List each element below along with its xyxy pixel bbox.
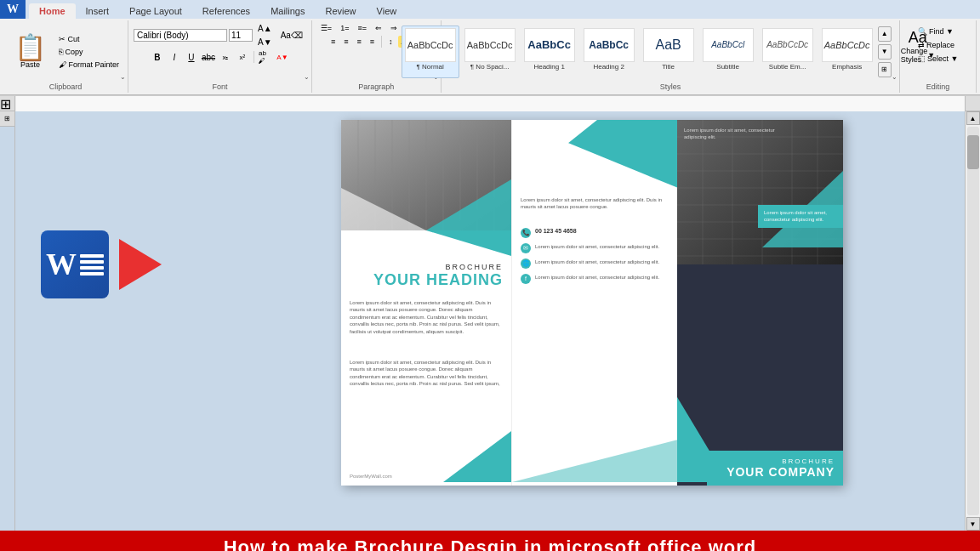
align-justify[interactable]: ≡ — [367, 36, 378, 48]
styles-expander[interactable]: ⌄ — [892, 73, 897, 81]
highlight-button[interactable]: ab🖌 — [258, 50, 273, 64]
brochure-contact-section: 📞 00 123 45 4658 ✉ Lorem ipsum dolor sit… — [521, 228, 669, 284]
tab-page-layout[interactable]: Page Layout — [119, 3, 192, 19]
align-right[interactable]: ≡ — [354, 36, 365, 48]
main-area: ⊞ W — [0, 111, 980, 531]
brochure-left-body: Lorem ipsum dolor sit amet, consectetur … — [341, 296, 511, 338]
tab-references[interactable]: References — [192, 3, 260, 19]
tab-insert[interactable]: Insert — [76, 3, 120, 19]
multilevel-list[interactable]: ≡= — [354, 22, 370, 34]
svg-marker-16 — [443, 431, 511, 482]
brochure-middle-panel: Lorem ipsum dolor sit amet, consectetur … — [511, 120, 677, 486]
select-button[interactable]: ⬚ Select ▼ — [914, 53, 962, 65]
brochure-left-body2: Lorem ipsum dolor sit amet, consectetur … — [341, 355, 511, 391]
contact-web: 🌐 Lorem ipsum dolor sit amet, consectetu… — [521, 258, 669, 269]
word-line-2 — [80, 260, 104, 264]
brochure-left-footer: PosterMyWall.com — [350, 474, 392, 479]
word-line-4 — [80, 272, 104, 276]
style-normal[interactable]: AaBbCcDc ¶ Normal — [402, 26, 459, 78]
font-size-increase[interactable]: A▲ — [254, 22, 276, 35]
clipboard-expander[interactable]: ⌄ — [120, 73, 126, 81]
brochure-right-top-text: Lorem ipsum dolor sit amet, consectetur … — [684, 127, 786, 141]
brochure-left-panel: BROCHURE YOUR HEADING Lorem ipsum dolor … — [341, 120, 511, 486]
cut-button[interactable]: ✂ Cut — [55, 33, 122, 45]
increase-indent[interactable]: ⇒ — [387, 22, 401, 34]
clear-formatting[interactable]: Aa⌫ — [277, 29, 306, 42]
brochure-left-image — [341, 120, 511, 230]
brochure-right-panel: Lorem ipsum dolor sit amet, consectetur … — [677, 120, 843, 486]
paste-label: Paste — [20, 60, 40, 69]
vertical-scrollbar[interactable]: ▲ ▼ — [965, 111, 980, 531]
styles-scroll-up[interactable]: ▲ — [878, 26, 892, 42]
brochure-middle-text: Lorem ipsum dolor sit amet, consectetur … — [521, 196, 669, 211]
style-h2-preview: AaBbCc — [584, 28, 635, 62]
font-name-input[interactable] — [134, 29, 227, 42]
scroll-down-button[interactable]: ▼ — [966, 517, 980, 531]
word-line-1 — [80, 254, 104, 258]
line-spacing[interactable]: ↕ — [385, 36, 396, 48]
font-size-input[interactable] — [229, 29, 253, 42]
paste-icon: 📋 — [14, 35, 46, 60]
ribbon: W Home Insert Page Layout References Mai… — [0, 0, 980, 96]
align-left[interactable]: ≡ — [328, 36, 339, 48]
decrease-indent[interactable]: ⇐ — [372, 22, 385, 34]
style-title[interactable]: AaB Title — [640, 26, 698, 78]
ruler-right-corner — [965, 96, 980, 111]
style-subtle-em[interactable]: AaBbCcDc Subtle Em... — [759, 26, 817, 78]
font-expander[interactable]: ⌄ — [304, 73, 310, 81]
editing-label: Editing — [926, 81, 950, 91]
style-h1-preview: AaBbCc — [524, 28, 575, 62]
bold-button[interactable]: B — [150, 50, 165, 64]
bullets-button[interactable]: ☰= — [317, 22, 335, 34]
scroll-track[interactable] — [967, 127, 979, 515]
ribbon-tab-bar: W Home Insert Page Layout References Mai… — [0, 0, 980, 19]
styles-label: Styles — [660, 81, 681, 91]
style-no-spacing-preview: AaBbCcDc — [464, 28, 516, 62]
style-heading1[interactable]: AaBbCc Heading 1 — [521, 26, 578, 78]
superscript-button[interactable]: x² — [235, 50, 250, 64]
numbering-button[interactable]: 1= — [337, 22, 352, 34]
style-subtitle-label: Subtitle — [716, 63, 739, 71]
paste-button[interactable]: 📋 Paste — [9, 32, 52, 71]
font-group: A▲ A▼ Aa⌫ B I U abc x₂ x² ab🖌 A▼ Font ⌄ — [128, 20, 312, 93]
ruler-corner[interactable]: ⊞ — [0, 96, 15, 111]
email-icon: ✉ — [521, 243, 531, 253]
scroll-up-button[interactable]: ▲ — [966, 111, 980, 125]
style-subtitle[interactable]: AaBbCcl Subtitle — [699, 26, 757, 78]
style-h2-label: Heading 2 — [593, 63, 624, 71]
word-logo-overlay: W — [41, 230, 162, 298]
left-ruler-toggle[interactable]: ⊞ — [0, 111, 14, 127]
style-no-spacing-label: ¶ No Spaci... — [470, 63, 510, 71]
strikethrough-button[interactable]: abc — [201, 50, 216, 64]
font-color-button[interactable]: A▼ — [275, 50, 290, 64]
tab-mailings[interactable]: Mailings — [260, 3, 315, 19]
phone-icon: 📞 — [521, 228, 531, 238]
subscript-button[interactable]: x₂ — [218, 50, 233, 64]
word-letter: W — [46, 247, 77, 282]
brochure-subheading: BROCHURE — [350, 263, 503, 271]
tab-view[interactable]: View — [367, 3, 407, 19]
brochure-left-heading: BROCHURE YOUR HEADING — [341, 256, 511, 296]
underline-button[interactable]: U — [184, 50, 199, 64]
scroll-thumb[interactable] — [967, 135, 979, 169]
align-center[interactable]: ≡ — [340, 36, 351, 48]
style-h1-label: Heading 1 — [533, 63, 564, 71]
styles-scroll-down[interactable]: ▼ — [878, 44, 892, 60]
left-panel: ⊞ — [0, 111, 15, 531]
copy-button[interactable]: ⎘ Copy — [55, 46, 122, 58]
find-button[interactable]: 🔍 Find ▼ — [914, 26, 962, 37]
tab-home[interactable]: Home — [29, 3, 76, 19]
horizontal-ruler — [15, 96, 965, 111]
format-painter-button[interactable]: 🖌 Format Painter — [55, 59, 122, 71]
clipboard-group: 📋 Paste ✂ Cut ⎘ Copy 🖌 Format Painter Cl… — [3, 20, 128, 93]
style-subtle-em-label: Subtle Em... — [769, 63, 806, 71]
italic-button[interactable]: I — [167, 50, 182, 64]
tab-review[interactable]: Review — [315, 3, 366, 19]
style-emphasis[interactable]: AaBbCcDc Emphasis — [818, 26, 876, 78]
styles-more[interactable]: ⊞ — [878, 62, 892, 77]
replace-button[interactable]: ⇄ Replace — [914, 39, 962, 51]
style-heading2[interactable]: AaBbCc Heading 2 — [580, 26, 638, 78]
font-size-decrease[interactable]: A▼ — [254, 36, 276, 48]
style-subtle-em-preview: AaBbCcDc — [762, 28, 813, 62]
style-no-spacing[interactable]: AaBbCcDc ¶ No Spaci... — [461, 26, 519, 78]
